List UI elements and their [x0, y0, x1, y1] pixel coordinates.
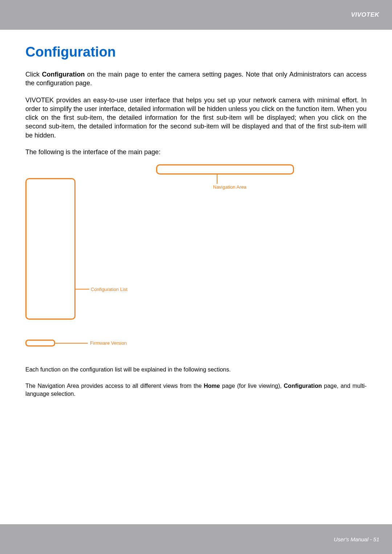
- post2-pre: The Navigation Area provides access to a…: [25, 383, 204, 389]
- intro1-bold: Configuration: [42, 71, 85, 78]
- interface-diagram: Navigation Area Configuration List Firmw…: [25, 164, 367, 357]
- footer-bar: User's Manual - 51: [0, 524, 392, 554]
- page-title: Configuration: [25, 44, 367, 60]
- intro-paragraph-3: The following is the interface of the ma…: [25, 148, 367, 156]
- firmware-version-box: [25, 340, 55, 346]
- header-brand: VIVOTEK: [351, 11, 379, 19]
- configuration-connector: [75, 289, 89, 290]
- firmware-connector: [55, 343, 88, 344]
- header-bar: VIVOTEK: [0, 0, 392, 30]
- intro1-pre: Click: [25, 71, 42, 78]
- firmware-version-label: Firmware Version: [90, 340, 127, 346]
- post2-bold1: Home: [204, 383, 220, 389]
- configuration-list-label: Configuration List: [91, 287, 127, 292]
- content-area: Configuration Click Configuration on the…: [0, 30, 392, 398]
- post-paragraph-1: Each function on the configuration list …: [25, 366, 367, 374]
- post2-bold2: Configuration: [284, 383, 322, 389]
- post-diagram-text: Each function on the configuration list …: [25, 366, 367, 398]
- intro-paragraph-1: Click Configuration on the main page to …: [25, 70, 367, 88]
- post2-mid: page (for live viewing),: [220, 383, 284, 389]
- post-paragraph-2: The Navigation Area provides access to a…: [25, 382, 367, 398]
- navigation-area-label: Navigation Area: [213, 184, 246, 190]
- navigation-area-box: [156, 164, 294, 175]
- intro-paragraph-2: VIVOTEK provides an easy-to-use user int…: [25, 96, 367, 140]
- configuration-list-box: [25, 178, 75, 320]
- navigation-connector: [217, 175, 217, 184]
- footer-text: User's Manual - 51: [334, 536, 379, 542]
